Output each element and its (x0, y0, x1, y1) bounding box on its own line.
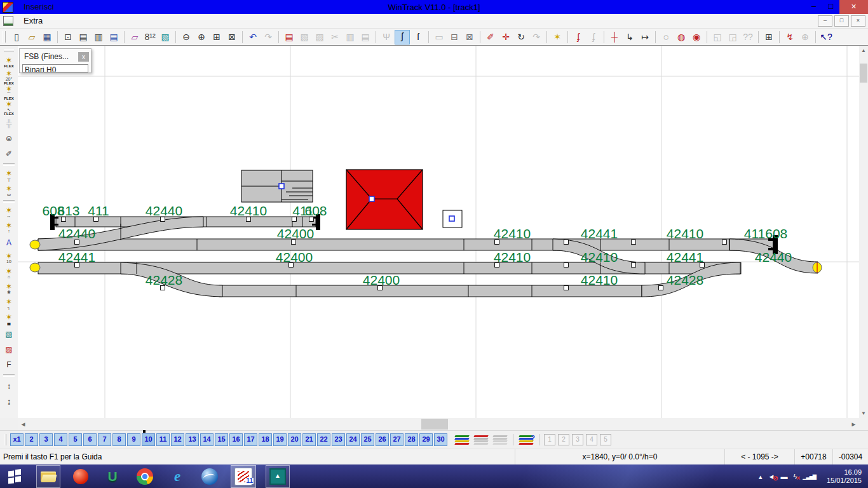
fsb-panel-header[interactable]: FSB (Fines... x (20, 49, 91, 64)
edit-angle-icon[interactable]: ✐ (484, 30, 498, 44)
chrome[interactable] (133, 466, 156, 487)
hidden-icons-icon[interactable]: ▴ (759, 472, 763, 481)
move-free-icon[interactable]: ✛ (499, 30, 513, 44)
page-tab-7[interactable]: 7 (98, 433, 111, 446)
zoom-window-icon[interactable]: ⊞ (210, 30, 224, 44)
scroll-right-icon[interactable]: ► (848, 418, 859, 430)
flex-track-20-icon[interactable]: ✶20°FLEX (1, 71, 17, 85)
import-parts-icon[interactable]: ▱ (128, 30, 142, 44)
image-object-icon[interactable]: ▧ (1, 327, 17, 341)
selection-handle[interactable] (659, 286, 663, 290)
child-window-icon[interactable] (3, 16, 13, 26)
move-section-icon[interactable]: ⊟ (447, 30, 461, 44)
flex-track-curve-icon[interactable]: ✶⌒FLEX (1, 86, 17, 100)
mdi-restore-button[interactable]: □ (834, 15, 849, 27)
signal-icon[interactable]: ✶↑ (1, 220, 17, 234)
page-tab-19[interactable]: 19 (273, 433, 287, 446)
selection-handle[interactable] (564, 240, 569, 245)
track-straight-icon[interactable]: ſ (411, 30, 425, 44)
display-tray-icon[interactable]: ▬ (781, 472, 788, 481)
context-help-icon[interactable]: ↖? (819, 30, 833, 44)
selection-handle[interactable] (564, 263, 569, 268)
turntable-icon[interactable]: ⊜ (1, 132, 17, 146)
background-image-icon[interactable]: ▧ (158, 30, 172, 44)
page-tab-x1[interactable]: x1 (10, 433, 24, 446)
undo-icon[interactable]: ↶ (246, 30, 260, 44)
close-button[interactable]: × (839, 0, 868, 14)
object-selection-handle[interactable] (279, 184, 284, 189)
page-tab-30[interactable]: 30 (434, 433, 447, 446)
platform-icon[interactable]: ✶▭ (1, 184, 17, 198)
electric-check-icon[interactable]: ↯ (783, 30, 797, 44)
print-preview-icon[interactable]: ⊡ (61, 30, 75, 44)
network-signal-icon[interactable]: ▁▃▅▇ (803, 471, 816, 482)
page-tab-15[interactable]: 15 (215, 433, 228, 446)
vertical-scroll-thumb[interactable] (860, 64, 867, 83)
page-tab-18[interactable]: 18 (259, 433, 272, 446)
object-selection-handle[interactable] (369, 196, 374, 201)
internet-explorer[interactable]: e (166, 466, 189, 487)
page-tab-14[interactable]: 14 (200, 433, 214, 446)
horizontal-scroll-thumb[interactable] (421, 419, 448, 430)
page-tab-9[interactable]: 9 (127, 433, 140, 446)
report-icon[interactable]: ▤ (282, 30, 296, 44)
canvas[interactable]: 6086134114244042410411608424404240042410… (18, 46, 859, 418)
photo-viewer[interactable]: ▲ (266, 465, 290, 488)
page-tab-20[interactable]: 20 (288, 433, 301, 446)
page-tab-11[interactable]: 11 (156, 433, 170, 446)
zoom-out-icon[interactable]: ⊖ (179, 30, 193, 44)
page-tab-28[interactable]: 28 (405, 433, 418, 446)
measure-length-icon[interactable]: ↨ (1, 395, 17, 409)
menu-item-extra[interactable]: Extra (18, 14, 66, 28)
volume-muted-icon[interactable]: ◄⊘ (768, 472, 775, 481)
signal-a-icon[interactable]: ◌ (659, 30, 673, 44)
page-tab-21[interactable]: 21 (302, 433, 316, 446)
station-building[interactable] (241, 170, 313, 202)
sidebar-grip[interactable] (4, 49, 14, 51)
signal-c-icon[interactable]: ◉ (689, 30, 703, 44)
page-tab-27[interactable]: 27 (390, 433, 403, 446)
end-section-icon[interactable]: ↦ (638, 30, 652, 44)
page-tab-16[interactable]: 16 (229, 433, 243, 446)
google-earth[interactable] (198, 466, 221, 487)
selection-handle[interactable] (564, 286, 569, 290)
page-tab-22[interactable]: 22 (317, 433, 330, 446)
toolbar-grip[interactable] (3, 31, 6, 43)
scroll-up-icon[interactable]: ▲ (859, 46, 868, 55)
track-object-icon[interactable]: ✶┐ (1, 297, 17, 311)
page-tab-6[interactable]: 6 (83, 433, 97, 446)
horizontal-scrollbar[interactable]: ◄ ► (18, 418, 859, 430)
parts-list-icon[interactable]: ▤ (107, 30, 121, 44)
corner-section-icon[interactable]: ↳ (623, 30, 637, 44)
page-tab-5[interactable]: 5 (69, 433, 82, 446)
open-file-icon[interactable]: ▱ (25, 30, 39, 44)
terrain-icon[interactable]: ✶▄ (1, 312, 17, 326)
layers-wizard-button[interactable]: ? (518, 433, 534, 446)
page-tab-26[interactable]: 26 (376, 433, 389, 446)
layer-top-red-button[interactable] (473, 433, 489, 446)
new-document-icon[interactable]: ▯ (10, 30, 24, 44)
page-tab-12[interactable]: 12 (171, 433, 184, 446)
scroll-down-icon[interactable]: ▼ (859, 409, 868, 418)
fsb-panel[interactable]: FSB (Fines... x Binari H0 (19, 48, 92, 73)
file-explorer[interactable] (36, 465, 60, 488)
center-selection-icon[interactable]: ⊞ (762, 30, 776, 44)
split-track-icon[interactable]: ʄ (571, 30, 585, 44)
photo-app[interactable] (70, 466, 92, 487)
page-tab-4[interactable]: 4 (54, 433, 67, 446)
signal-b-icon[interactable]: ◍ (674, 30, 688, 44)
page-tab-24[interactable]: 24 (346, 433, 360, 446)
part-numbers-icon[interactable]: 8¹² (143, 30, 157, 44)
track-curve-icon[interactable]: ʃ (395, 30, 410, 44)
power-error-icon[interactable]: ϟ× (794, 472, 797, 481)
insert-element-icon[interactable]: ✶ (550, 30, 564, 44)
fsb-combo-box[interactable]: Binari H0 (22, 64, 88, 72)
mdi-minimize-button[interactable]: – (818, 15, 832, 27)
page-tab-29[interactable]: 29 (419, 433, 433, 446)
red-building[interactable] (346, 170, 423, 229)
cross-section-icon[interactable]: ┼ (607, 30, 621, 44)
page-tab-3[interactable]: 3 (39, 433, 53, 446)
selection-handle[interactable] (632, 263, 636, 268)
print-icon[interactable]: ▤ (76, 30, 90, 44)
page-tab-10[interactable]: 10 (142, 433, 155, 446)
